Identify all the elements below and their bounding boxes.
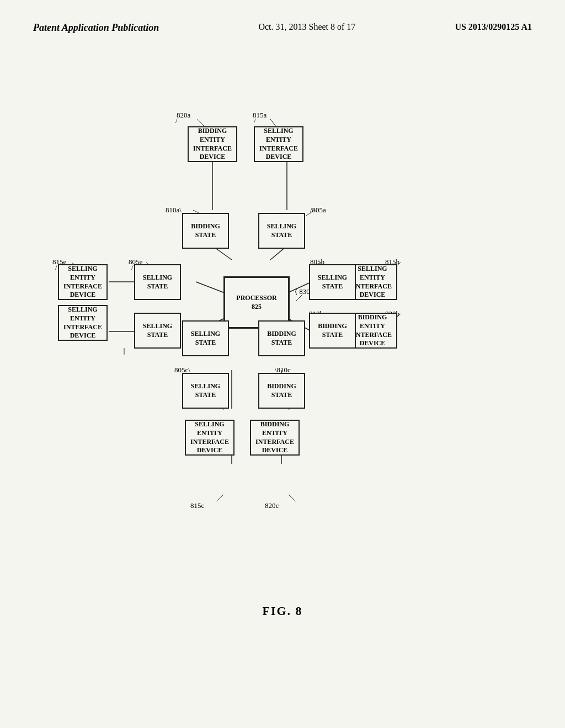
ref-805e-line: / bbox=[131, 263, 134, 272]
page-header: Patent Application Publication Oct. 31, … bbox=[0, 0, 565, 45]
bidding-state-bottom-right: BIDDINGSTATE bbox=[258, 320, 305, 356]
selling-entity-top-815d: SELLINGENTITYINTERFACEDEVICE bbox=[58, 305, 108, 341]
ref-815c: 815c bbox=[190, 501, 204, 510]
patent-page: Patent Application Publication Oct. 31, … bbox=[0, 0, 565, 728]
svg-line-30 bbox=[289, 495, 296, 501]
ref-820a-line: / bbox=[175, 116, 178, 125]
diagram-area: 820a / 815a / BIDDING ENTITY INTERFACE D… bbox=[0, 45, 565, 651]
selling-entity-815a: SELLING ENTITY INTERFACE DEVICE bbox=[254, 126, 303, 162]
bidding-state-810a: BIDDINGSTATE bbox=[182, 213, 229, 249]
header-sheet-info: Oct. 31, 2013 Sheet 8 of 17 bbox=[258, 22, 355, 32]
selling-state-805a: SELLINGSTATE bbox=[258, 213, 305, 249]
selling-state-805b: SELLINGSTATE bbox=[309, 264, 356, 300]
bidding-entity-820a: BIDDING ENTITY INTERFACE DEVICE bbox=[188, 126, 237, 162]
selling-entity-815c: SELLINGENTITYINTERFACEDEVICE bbox=[185, 420, 234, 456]
selling-state-805d: SELLINGSTATE bbox=[134, 313, 181, 349]
bidding-entity-820c: BIDDINGENTITYINTERFACEDEVICE bbox=[250, 420, 300, 456]
ref-805a: /805a bbox=[310, 206, 326, 215]
selling-state-bottom-left: SELLINGSTATE bbox=[182, 320, 229, 356]
svg-line-17 bbox=[270, 119, 276, 126]
ref-810a: 810a\ bbox=[166, 206, 182, 215]
ref-815a-line: / bbox=[254, 116, 256, 125]
ref-820a: 820a bbox=[177, 111, 190, 120]
bidding-state-810c: BIDDINGSTATE bbox=[258, 373, 305, 409]
selling-state-805e: SELLINGSTATE bbox=[134, 264, 181, 300]
svg-line-16 bbox=[198, 119, 204, 126]
header-patent-number: US 2013/0290125 A1 bbox=[455, 22, 532, 32]
selling-state-805c: SELLINGSTATE bbox=[182, 373, 229, 409]
ref-830: ⟨ 830 bbox=[295, 287, 310, 296]
svg-line-29 bbox=[216, 495, 223, 501]
selling-entity-815e: SELLINGENTITYINTERFACEDEVICE bbox=[58, 264, 108, 300]
ref-820c: 820c bbox=[265, 501, 279, 510]
ref-815e-line: / bbox=[55, 263, 57, 272]
figure-label: FIG. 8 bbox=[262, 604, 302, 618]
bidding-state-810b: BIDDINGSTATE bbox=[309, 313, 356, 349]
header-title: Patent Application Publication bbox=[33, 22, 159, 34]
